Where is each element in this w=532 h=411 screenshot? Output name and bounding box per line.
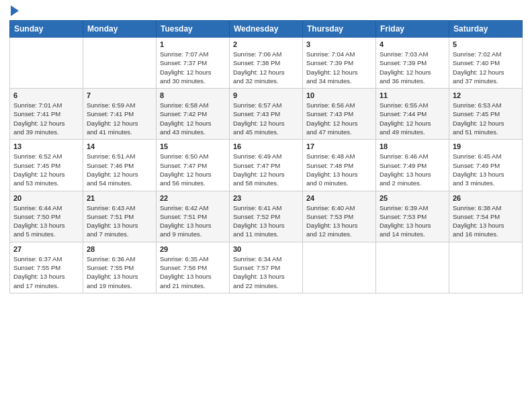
day-number: 15: [160, 142, 226, 150]
day-info: Sunrise: 7:07 AM Sunset: 7:37 PM Dayligh…: [160, 50, 226, 85]
day-number: 24: [306, 194, 372, 202]
day-number: 11: [380, 91, 445, 99]
day-number: 19: [453, 142, 519, 150]
calendar-day-cell: 4Sunrise: 7:03 AM Sunset: 7:39 PM Daylig…: [376, 38, 449, 89]
calendar-day-cell: 13Sunrise: 6:52 AM Sunset: 7:45 PM Dayli…: [10, 140, 83, 191]
calendar-day-cell: 1Sunrise: 7:07 AM Sunset: 7:37 PM Daylig…: [157, 38, 230, 89]
day-info: Sunrise: 6:55 AM Sunset: 7:44 PM Dayligh…: [380, 101, 445, 136]
day-info: Sunrise: 6:34 AM Sunset: 7:57 PM Dayligh…: [233, 255, 299, 290]
day-info: Sunrise: 6:41 AM Sunset: 7:52 PM Dayligh…: [233, 203, 299, 239]
calendar-day-cell: 23Sunrise: 6:41 AM Sunset: 7:52 PM Dayli…: [230, 191, 303, 242]
day-info: Sunrise: 6:39 AM Sunset: 7:53 PM Dayligh…: [380, 203, 445, 239]
day-of-week-header: Monday: [83, 21, 157, 38]
day-of-week-header: Tuesday: [157, 21, 230, 38]
calendar-day-cell: 7Sunrise: 6:59 AM Sunset: 7:41 PM Daylig…: [83, 89, 157, 140]
day-info: Sunrise: 6:50 AM Sunset: 7:47 PM Dayligh…: [160, 152, 226, 187]
day-of-week-header: Wednesday: [230, 21, 303, 38]
day-info: Sunrise: 7:04 AM Sunset: 7:39 PM Dayligh…: [306, 50, 372, 85]
calendar-day-cell: 9Sunrise: 6:57 AM Sunset: 7:43 PM Daylig…: [230, 89, 303, 140]
day-number: 25: [380, 194, 445, 202]
day-info: Sunrise: 6:40 AM Sunset: 7:53 PM Dayligh…: [306, 203, 372, 239]
calendar-day-cell: 6Sunrise: 7:01 AM Sunset: 7:41 PM Daylig…: [10, 89, 83, 140]
day-info: Sunrise: 6:44 AM Sunset: 7:50 PM Dayligh…: [13, 203, 79, 239]
calendar-day-cell: 18Sunrise: 6:46 AM Sunset: 7:49 PM Dayli…: [376, 140, 449, 191]
calendar-week-row: 13Sunrise: 6:52 AM Sunset: 7:45 PM Dayli…: [10, 140, 523, 191]
day-number: 12: [453, 91, 519, 99]
day-info: Sunrise: 6:52 AM Sunset: 7:45 PM Dayligh…: [13, 152, 79, 187]
day-number: 22: [160, 194, 226, 202]
day-number: 10: [306, 91, 372, 99]
day-number: 18: [380, 142, 445, 150]
day-number: 1: [160, 40, 226, 48]
calendar-day-cell: 16Sunrise: 6:49 AM Sunset: 7:47 PM Dayli…: [230, 140, 303, 191]
calendar-day-cell: 30Sunrise: 6:34 AM Sunset: 7:57 PM Dayli…: [230, 242, 303, 293]
day-info: Sunrise: 7:03 AM Sunset: 7:39 PM Dayligh…: [380, 50, 445, 85]
calendar-day-cell: 19Sunrise: 6:45 AM Sunset: 7:49 PM Dayli…: [449, 140, 523, 191]
day-info: Sunrise: 6:49 AM Sunset: 7:47 PM Dayligh…: [233, 152, 299, 187]
day-number: 5: [453, 40, 519, 48]
calendar-week-row: 20Sunrise: 6:44 AM Sunset: 7:50 PM Dayli…: [10, 191, 523, 242]
calendar-day-cell: 17Sunrise: 6:48 AM Sunset: 7:48 PM Dayli…: [303, 140, 376, 191]
day-number: 7: [87, 91, 152, 99]
day-number: 30: [233, 245, 299, 253]
day-info: Sunrise: 6:46 AM Sunset: 7:49 PM Dayligh…: [380, 152, 445, 187]
day-info: Sunrise: 6:53 AM Sunset: 7:45 PM Dayligh…: [453, 101, 519, 136]
calendar-day-cell: 3Sunrise: 7:04 AM Sunset: 7:39 PM Daylig…: [303, 38, 376, 89]
calendar-day-cell: 5Sunrise: 7:02 AM Sunset: 7:40 PM Daylig…: [449, 38, 523, 89]
calendar-day-cell: 21Sunrise: 6:43 AM Sunset: 7:51 PM Dayli…: [83, 191, 157, 242]
calendar-week-row: 1Sunrise: 7:07 AM Sunset: 7:37 PM Daylig…: [10, 38, 523, 89]
day-info: Sunrise: 6:56 AM Sunset: 7:43 PM Dayligh…: [306, 101, 372, 136]
day-number: 8: [160, 91, 226, 99]
calendar-day-cell: [10, 38, 83, 89]
day-of-week-header: Sunday: [10, 21, 83, 38]
calendar-day-cell: [376, 242, 449, 293]
calendar-day-cell: 24Sunrise: 6:40 AM Sunset: 7:53 PM Dayli…: [303, 191, 376, 242]
day-info: Sunrise: 6:36 AM Sunset: 7:55 PM Dayligh…: [87, 255, 152, 290]
calendar-day-cell: 20Sunrise: 6:44 AM Sunset: 7:50 PM Dayli…: [10, 191, 83, 242]
calendar-day-cell: 28Sunrise: 6:36 AM Sunset: 7:55 PM Dayli…: [83, 242, 157, 293]
day-info: Sunrise: 6:45 AM Sunset: 7:49 PM Dayligh…: [453, 152, 519, 187]
day-number: 29: [160, 245, 226, 253]
calendar-day-cell: 27Sunrise: 6:37 AM Sunset: 7:55 PM Dayli…: [10, 242, 83, 293]
calendar-week-row: 27Sunrise: 6:37 AM Sunset: 7:55 PM Dayli…: [10, 242, 523, 293]
day-number: 14: [87, 142, 152, 150]
day-number: 26: [453, 194, 519, 202]
day-of-week-header: Saturday: [449, 21, 523, 38]
day-info: Sunrise: 6:59 AM Sunset: 7:41 PM Dayligh…: [87, 101, 152, 136]
day-number: 20: [13, 194, 79, 202]
calendar-day-cell: 25Sunrise: 6:39 AM Sunset: 7:53 PM Dayli…: [376, 191, 449, 242]
day-info: Sunrise: 6:57 AM Sunset: 7:43 PM Dayligh…: [233, 101, 299, 136]
calendar-day-cell: 29Sunrise: 6:35 AM Sunset: 7:56 PM Dayli…: [157, 242, 230, 293]
day-info: Sunrise: 6:43 AM Sunset: 7:51 PM Dayligh…: [87, 203, 152, 239]
calendar-day-cell: 14Sunrise: 6:51 AM Sunset: 7:46 PM Dayli…: [83, 140, 157, 191]
day-info: Sunrise: 6:38 AM Sunset: 7:54 PM Dayligh…: [453, 203, 519, 239]
day-info: Sunrise: 6:48 AM Sunset: 7:48 PM Dayligh…: [306, 152, 372, 187]
calendar-day-cell: 22Sunrise: 6:42 AM Sunset: 7:51 PM Dayli…: [157, 191, 230, 242]
calendar-day-cell: [449, 242, 523, 293]
calendar-day-cell: 15Sunrise: 6:50 AM Sunset: 7:47 PM Dayli…: [157, 140, 230, 191]
day-info: Sunrise: 6:37 AM Sunset: 7:55 PM Dayligh…: [13, 255, 79, 290]
header-row: SundayMondayTuesdayWednesdayThursdayFrid…: [10, 21, 523, 38]
day-number: 28: [87, 245, 152, 253]
day-info: Sunrise: 6:35 AM Sunset: 7:56 PM Dayligh…: [160, 255, 226, 290]
day-info: Sunrise: 7:01 AM Sunset: 7:41 PM Dayligh…: [13, 101, 79, 136]
calendar-day-cell: 26Sunrise: 6:38 AM Sunset: 7:54 PM Dayli…: [449, 191, 523, 242]
calendar-day-cell: 11Sunrise: 6:55 AM Sunset: 7:44 PM Dayli…: [376, 89, 449, 140]
header: [9, 7, 523, 16]
page: SundayMondayTuesdayWednesdayThursdayFrid…: [0, 0, 532, 411]
day-number: 13: [13, 142, 79, 150]
calendar-table: SundayMondayTuesdayWednesdayThursdayFrid…: [9, 20, 523, 293]
day-number: 4: [380, 40, 445, 48]
logo-arrow-icon: [11, 5, 19, 16]
calendar-day-cell: [83, 38, 157, 89]
day-info: Sunrise: 6:42 AM Sunset: 7:51 PM Dayligh…: [160, 203, 226, 239]
day-number: 2: [233, 40, 299, 48]
calendar-day-cell: [303, 242, 376, 293]
day-of-week-header: Friday: [376, 21, 449, 38]
day-number: 21: [87, 194, 152, 202]
day-number: 17: [306, 142, 372, 150]
day-number: 9: [233, 91, 299, 99]
day-number: 3: [306, 40, 372, 48]
calendar-day-cell: 8Sunrise: 6:58 AM Sunset: 7:42 PM Daylig…: [157, 89, 230, 140]
day-info: Sunrise: 7:06 AM Sunset: 7:38 PM Dayligh…: [233, 50, 299, 85]
